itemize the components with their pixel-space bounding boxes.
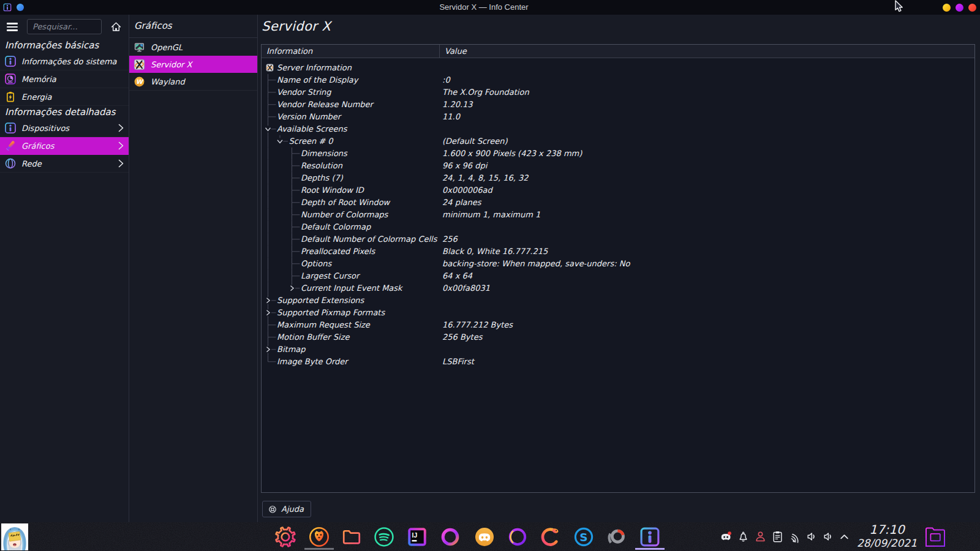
column-header-value[interactable]: Value (445, 45, 467, 58)
chevron-icon (118, 141, 124, 150)
table-row[interactable]: Depth of Root Window24 planes (262, 197, 974, 209)
tray-discord-icon (719, 530, 733, 544)
table-row[interactable]: Supported Pixmap Formats (262, 307, 974, 319)
maximize-button[interactable] (956, 4, 963, 12)
sidebar-item-informacoes-do-sistema[interactable]: Informações do sistema (0, 53, 129, 70)
tray-notifications[interactable] (736, 530, 750, 544)
table-row[interactable]: Motion Buffer Size256 Bytes (262, 331, 974, 343)
table-row[interactable]: Largest Cursor64 x 64 (262, 270, 974, 282)
taskbar-app-skype[interactable] (573, 527, 594, 547)
taskbar-app-discord[interactable] (474, 527, 495, 547)
tray-network-wifi[interactable] (788, 530, 802, 544)
table-row[interactable]: Maximum Request Size16.777.212 Bytes (262, 319, 974, 331)
gear-icon (275, 527, 296, 547)
table-row[interactable]: Default Number of Colormap Cells256 (262, 233, 974, 246)
row-value: 256 (442, 233, 458, 246)
help-icon (268, 505, 277, 514)
table-row[interactable]: Available Screens (262, 123, 974, 135)
search-input[interactable] (27, 19, 102, 34)
xorg-icon (266, 64, 274, 72)
module-item-servidor-x[interactable]: Servidor X (129, 56, 257, 73)
row-label: Vendor String (277, 86, 331, 99)
taskbar-app-media-ring[interactable] (440, 527, 461, 547)
module-item-wayland[interactable]: Wayland (129, 73, 257, 90)
row-value: (Default Screen) (442, 135, 507, 148)
row-label: Available Screens (277, 123, 347, 135)
module-item-label: OpenGL (151, 43, 183, 52)
sidebar-item-graficos[interactable]: Gráficos (0, 137, 129, 155)
sidebar-item-rede[interactable]: Rede (0, 155, 129, 173)
sidebar-item-label: Gráficos (21, 141, 54, 151)
row-label: Resolution (301, 160, 342, 172)
row-label: Maximum Request Size (277, 319, 370, 331)
speaker-icon (805, 530, 819, 544)
sidebar-item-energia[interactable]: Energia (0, 88, 129, 106)
help-button[interactable]: Ajuda (262, 501, 311, 517)
clock[interactable]: 17:10 28/09/2021 (854, 522, 919, 551)
wifi-icon (788, 530, 802, 544)
column-separator[interactable] (439, 45, 440, 58)
taskbar-app-system-settings[interactable] (275, 527, 296, 547)
taskbar-app-file-manager[interactable] (341, 527, 362, 547)
close-button[interactable] (968, 4, 976, 12)
table-row[interactable]: Screen # 0(Default Screen) (262, 135, 974, 148)
taskbar-app-filelight[interactable] (606, 527, 627, 547)
page-title: Servidor X (262, 15, 331, 38)
chevron-icon (118, 159, 124, 168)
sidebar-item-dispositivos[interactable]: Dispositivos (0, 119, 129, 137)
module-list-header: Gráficos (134, 15, 172, 37)
sidebar-nav: Informações básicasInformações do sistem… (0, 39, 129, 173)
tray-tray-expander[interactable] (837, 530, 851, 544)
taskbar-app-info-center[interactable] (639, 527, 660, 547)
table-row[interactable]: Current Input Event Mask0x00fa8031 (262, 282, 974, 294)
taskbar: 17:10 28/09/2021 (0, 522, 980, 551)
sidebar-section-header: Informações básicas (0, 39, 129, 53)
table-row[interactable]: Dimensions1.600 x 900 Pixels (423 x 238 … (262, 148, 974, 160)
table-row[interactable]: Supported Extensions (262, 294, 974, 307)
table-row[interactable]: Vendor StringThe X.Org Foundation (262, 86, 974, 99)
tray-volume-apps[interactable] (821, 530, 835, 544)
tray-discord-tray[interactable] (719, 530, 733, 544)
table-row[interactable]: Image Byte OrderLSBFirst (262, 356, 974, 368)
row-label: Default Colormap (301, 221, 371, 233)
row-label: Dimensions (301, 148, 347, 160)
table-row[interactable]: Name of the Display:0 (262, 74, 974, 86)
minimize-button[interactable] (943, 4, 951, 12)
tray-clipboard[interactable] (771, 530, 785, 544)
table-body: Server InformationName of the Display:0V… (262, 58, 974, 492)
tray-user-status[interactable] (753, 530, 767, 544)
table-row[interactable]: Vendor Release Number1.20.13 (262, 99, 974, 111)
screen-folder-icon[interactable] (925, 525, 946, 548)
table-row[interactable]: Server Information (262, 62, 974, 74)
module-item-opengl[interactable]: OpenGL (129, 39, 257, 56)
window-titlebar: Servidor X — Info Center (0, 0, 980, 15)
row-label: Version Number (277, 111, 341, 123)
sidebar-item-memoria[interactable]: Memória (0, 70, 129, 88)
taskbar-app-spotify[interactable] (374, 527, 394, 547)
row-label: Current Input Event Mask (301, 282, 402, 294)
desktop-screen: Servidor X — Info Center Informações bás… (0, 0, 980, 551)
avatar[interactable] (1, 523, 28, 550)
table-row[interactable]: Bitmap (262, 343, 974, 356)
tray-volume-output[interactable] (805, 530, 819, 544)
table-row[interactable]: Number of Colormapsminimum 1, maximum 1 (262, 209, 974, 221)
row-value: 256 Bytes (442, 331, 482, 343)
table-row[interactable]: Optionsbacking-store: When mapped, save-… (262, 258, 974, 270)
table-row[interactable]: Version Number11.0 (262, 111, 974, 123)
table-row[interactable]: Preallocated PixelsBlack 0, White 16.777… (262, 246, 974, 258)
taskbar-app-brave-browser[interactable] (309, 527, 330, 547)
table-row[interactable]: Depths (7)24, 1, 4, 8, 15, 16, 32 (262, 172, 974, 184)
taskbar-app-konqueror[interactable] (540, 527, 561, 547)
taskbar-app-eclipse[interactable] (507, 527, 528, 547)
folder-icon (341, 527, 362, 547)
home-button[interactable] (110, 21, 122, 32)
table-row[interactable]: Root Window ID0x000006ad (262, 184, 974, 197)
taskbar-app-intellij-idea[interactable] (407, 527, 428, 547)
table-row[interactable]: Default Colormap (262, 221, 974, 233)
column-header-information[interactable]: Information (266, 45, 312, 58)
row-label: Options (301, 258, 331, 270)
table-row[interactable]: Resolution96 x 96 dpi (262, 160, 974, 172)
menu-button[interactable] (7, 23, 18, 31)
sidebar-item-label: Rede (21, 159, 42, 168)
row-value: :0 (442, 74, 450, 86)
